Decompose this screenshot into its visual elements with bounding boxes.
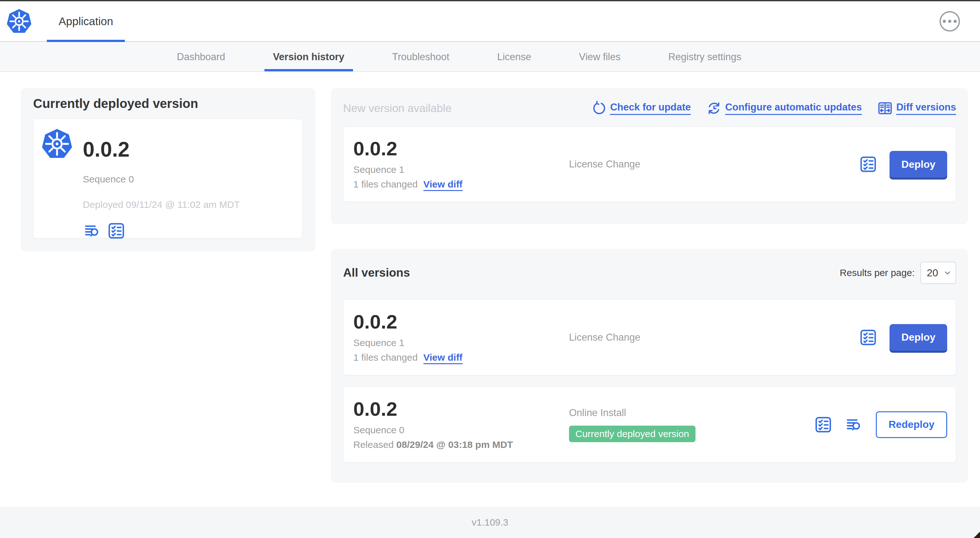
- kubernetes-logo-icon: [41, 128, 73, 159]
- deploy-button[interactable]: Deploy: [889, 151, 947, 178]
- mouse-cursor: [974, 532, 980, 538]
- version-row-sequence-0: 0.0.2 Sequence 0 Released 08/29/24 @ 03:…: [343, 386, 956, 463]
- application-tab[interactable]: Application: [47, 1, 125, 41]
- version-number: 0.0.2: [353, 399, 569, 419]
- preflight-checklist-icon[interactable]: [859, 156, 877, 173]
- more-options-button[interactable]: [940, 11, 960, 32]
- deployed-sequence-label: Sequence 0: [83, 174, 240, 185]
- new-version-panel: New version available Check for update: [331, 88, 968, 224]
- results-per-page-select[interactable]: 20: [920, 262, 956, 284]
- check-for-update-label: Check for update: [610, 102, 691, 115]
- chevron-down-icon: [943, 269, 951, 277]
- deployed-version-number: 0.0.2: [83, 139, 240, 160]
- app-header: Application: [0, 1, 980, 42]
- version-number: 0.0.2: [353, 139, 569, 159]
- tab-license[interactable]: License: [497, 43, 531, 71]
- version-row-sequence-1: 0.0.2 Sequence 1 1 files changedView dif…: [343, 299, 956, 375]
- version-row-new: 0.0.2 Sequence 1 1 files changedView dif…: [343, 127, 956, 202]
- console-version-label: v1.109.3: [471, 517, 508, 528]
- results-per-page-label: Results per page:: [840, 267, 915, 278]
- app-subnav: Dashboard Version history Troubleshoot L…: [0, 43, 980, 72]
- currently-deployed-title: Currently deployed version: [33, 97, 198, 111]
- tab-view-files[interactable]: View files: [579, 43, 620, 71]
- preflight-checklist-icon[interactable]: [108, 222, 125, 240]
- view-diff-link[interactable]: View diff: [423, 179, 463, 191]
- released-label: Released: [353, 439, 394, 450]
- deploy-logs-icon[interactable]: [83, 223, 101, 239]
- deploy-logs-icon[interactable]: [845, 417, 863, 433]
- version-source-label: License Change: [569, 332, 859, 343]
- new-version-title: New version available: [343, 102, 452, 114]
- tab-registry-settings[interactable]: Registry settings: [668, 43, 741, 71]
- sequence-label: Sequence 1: [353, 164, 569, 175]
- diff-icon: [878, 101, 892, 116]
- application-tab-label: Application: [59, 15, 113, 28]
- currently-deployed-panel: Currently deployed version 0.0.2: [21, 88, 315, 251]
- deployed-timestamp: Deployed 09/11/24 @ 11:02 am MDT: [83, 199, 240, 210]
- version-number: 0.0.2: [353, 312, 569, 332]
- preflight-checklist-icon[interactable]: [859, 329, 877, 346]
- tab-dashboard[interactable]: Dashboard: [177, 43, 225, 71]
- deploy-button[interactable]: Deploy: [889, 324, 947, 351]
- sequence-label: Sequence 0: [353, 425, 569, 435]
- files-changed-label: 1 files changed: [353, 352, 418, 363]
- sequence-label: Sequence 1: [353, 338, 569, 348]
- version-source-label: License Change: [569, 159, 859, 170]
- ellipsis-icon: [943, 20, 946, 23]
- view-diff-link[interactable]: View diff: [423, 352, 463, 364]
- all-versions-panel: All versions Results per page: 20 0.0.2: [331, 249, 968, 482]
- configure-automatic-updates-link[interactable]: Configure automatic updates: [706, 101, 862, 116]
- check-for-update-link[interactable]: Check for update: [592, 101, 691, 116]
- files-changed-label: 1 files changed: [353, 179, 418, 189]
- kubernetes-logo-icon: [6, 9, 32, 34]
- redeploy-button[interactable]: Redeploy: [876, 411, 947, 438]
- diff-versions-label: Diff versions: [896, 102, 956, 115]
- diff-versions-link[interactable]: Diff versions: [878, 101, 956, 116]
- released-timestamp: 08/29/24 @ 03:18 pm MDT: [396, 439, 513, 450]
- version-history-page: Application Dashboard Version history Tr…: [0, 0, 980, 538]
- preflight-checklist-icon[interactable]: [815, 416, 832, 433]
- version-source-label: Online Install: [569, 407, 815, 419]
- tab-version-history[interactable]: Version history: [273, 43, 344, 71]
- results-per-page-value: 20: [927, 267, 938, 279]
- app-footer: v1.109.3: [0, 507, 980, 538]
- auto-update-clock-icon: [706, 101, 721, 116]
- refresh-icon: [592, 101, 606, 116]
- tab-troubleshoot[interactable]: Troubleshoot: [392, 43, 450, 71]
- currently-deployed-card: 0.0.2 Sequence 0 Deployed 09/11/24 @ 11:…: [33, 119, 303, 238]
- currently-deployed-badge: Currently deployed version: [569, 425, 695, 442]
- all-versions-title: All versions: [343, 266, 410, 279]
- configure-automatic-updates-label: Configure automatic updates: [725, 102, 862, 115]
